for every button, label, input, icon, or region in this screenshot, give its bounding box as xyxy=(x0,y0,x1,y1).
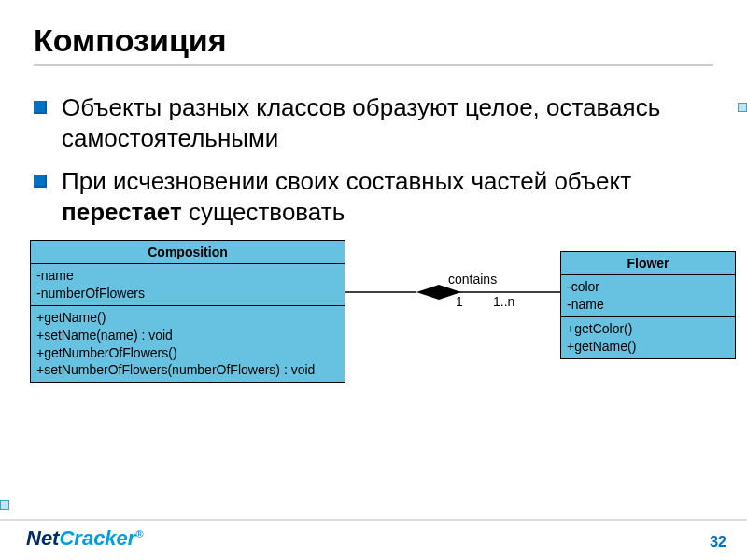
uml-class-flower: Flower -color -name +getColor() +getName… xyxy=(560,251,736,359)
attribute-row: -name xyxy=(36,267,339,285)
class-methods: +getName() +setName(name) : void +getNum… xyxy=(31,305,345,383)
method-row: +getColor() xyxy=(567,320,729,338)
method-row: +getNumberOfFlowers() xyxy=(36,344,339,362)
method-row: +setNumberOfFlowers(numberOfFlowers) : v… xyxy=(36,361,339,379)
multiplicity-right: 1..n xyxy=(493,294,514,309)
class-attributes: -color -name xyxy=(561,274,735,316)
class-attributes: -name -numberOfFlowers xyxy=(31,263,345,305)
bullet-item: При исчезновении своих составных частей … xyxy=(34,166,713,227)
attribute-row: -name xyxy=(567,296,729,314)
side-marker-icon xyxy=(738,103,747,112)
logo-cracker: Cracker xyxy=(59,526,135,550)
class-name: Composition xyxy=(31,241,345,263)
multiplicity-left: 1 xyxy=(456,294,463,309)
method-row: +getName() xyxy=(36,309,339,327)
bullet-text: При исчезновении своих составных частей … xyxy=(62,166,713,227)
class-methods: +getColor() +getName() xyxy=(561,316,735,358)
logo-net: Net xyxy=(26,526,59,550)
method-row: +getName() xyxy=(567,338,729,356)
registered-icon: ® xyxy=(135,528,143,539)
side-marker-icon xyxy=(0,500,9,510)
class-name: Flower xyxy=(561,252,735,274)
bullet-list: Объекты разных классов образуют целое, о… xyxy=(34,92,713,227)
title-divider xyxy=(34,64,713,66)
svg-marker-1 xyxy=(416,285,461,300)
attribute-row: -color xyxy=(567,278,729,296)
bullet-text: Объекты разных классов образуют целое, о… xyxy=(62,92,713,153)
slide-title: Композиция xyxy=(34,22,713,59)
uml-diagram: Composition -name -numberOfFlowers +getN… xyxy=(28,240,738,427)
uml-class-composition: Composition -name -numberOfFlowers +getN… xyxy=(30,240,345,383)
page-number: 32 xyxy=(710,534,726,551)
method-row: +setName(name) : void xyxy=(36,327,339,344)
square-bullet-icon xyxy=(34,101,47,114)
square-bullet-icon xyxy=(34,175,47,188)
relation-label: contains xyxy=(448,272,497,287)
slide: Композиция Объекты разных классов образу… xyxy=(0,0,747,560)
footer: NetCracker® 32 xyxy=(0,519,747,560)
logo: NetCracker® xyxy=(26,526,144,551)
attribute-row: -numberOfFlowers xyxy=(36,285,339,302)
composition-relation: contains 1 1..n xyxy=(345,279,560,316)
bullet-item: Объекты разных классов образуют целое, о… xyxy=(34,92,713,153)
